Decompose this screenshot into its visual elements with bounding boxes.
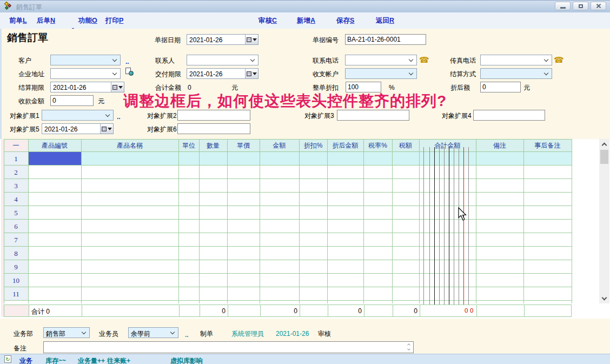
doc-no-input[interactable] [345, 34, 426, 45]
minimize-button[interactable] [555, 2, 571, 10]
phone-icon[interactable]: ☎ [419, 56, 429, 64]
col-header-product-name[interactable]: 產品名稱 [81, 139, 178, 152]
totals-amount: 0 [260, 307, 297, 315]
save-button[interactable]: 保存S [336, 16, 354, 25]
calendar-icon[interactable] [245, 69, 258, 78]
totals-grand-dec: 0 [470, 307, 473, 314]
sales-order-window: 銷售訂單 前单L 后单N 功能O 打印P 审核C 新增A 保存S 返回R 銷售訂… [0, 0, 610, 364]
salesman-more-link[interactable]: .. [185, 331, 189, 339]
print-button[interactable]: 打印P [105, 16, 123, 25]
delivery-date-picker[interactable]: 2021-01-26 [187, 68, 258, 79]
row-number[interactable]: 2 [4, 166, 28, 179]
calendar-icon[interactable] [245, 35, 258, 44]
address-label: 企业地址 [18, 70, 44, 78]
function-menu-button[interactable]: 功能O [78, 16, 97, 25]
col-header-indicator[interactable]: 一 [4, 139, 28, 152]
col-header-discount-pct[interactable]: 折扣% [299, 139, 327, 152]
minimize-icon [560, 7, 566, 9]
col-header-product-code[interactable]: 產品編號 [28, 139, 81, 152]
order-discount-label: 整单折扣 [313, 84, 339, 91]
calendar-icon[interactable] [100, 124, 113, 134]
phone-label: 联系电话 [313, 57, 339, 64]
settle-term-date-picker[interactable]: 2021-01-26 [50, 82, 124, 92]
col-header-tax[interactable]: 税額 [392, 139, 419, 152]
phone-combo[interactable] [345, 55, 417, 65]
received-input[interactable] [50, 95, 94, 106]
col-header-qty[interactable]: 數量 [199, 139, 227, 152]
chevron-down-icon [409, 57, 413, 62]
totals-row: 合计 0 0 0 0 0 0 0 [4, 305, 572, 317]
spinner-icons[interactable] [407, 343, 412, 351]
settle-method-combo[interactable] [480, 68, 552, 79]
doc-date-picker[interactable]: 2021-01-26 [187, 34, 258, 45]
col-header-unit-price[interactable]: 單價 [227, 139, 260, 152]
tab-refresh-icon[interactable]: ↻ [4, 355, 11, 363]
ext6-input[interactable] [177, 123, 250, 134]
maker-date: 2021-01-26 [276, 330, 309, 337]
row-number[interactable]: 8 [4, 247, 28, 260]
restore-button[interactable] [573, 2, 588, 10]
account-combo[interactable] [345, 68, 417, 79]
remark-input[interactable] [43, 341, 414, 353]
row-number[interactable]: 1 [4, 152, 28, 166]
row-number[interactable]: 3 [4, 179, 28, 193]
row-number[interactable]: 10 [4, 274, 28, 287]
received-unit: 元 [98, 97, 104, 105]
tab-inventory[interactable]: 库存~~ [45, 356, 66, 364]
settle-term-label: 结算期限 [18, 84, 44, 91]
ext2-label: 对象扩展2 [147, 112, 177, 120]
chevron-down-icon [409, 71, 413, 75]
col-header-amount[interactable]: 金額 [260, 139, 299, 152]
ext1-more-link[interactable]: .. [117, 113, 121, 121]
remark-label: 备注 [14, 345, 26, 352]
dept-label: 业务部 [14, 330, 33, 337]
col-header-remark[interactable]: 備注 [476, 139, 523, 152]
col-header-grand-total[interactable]: 合計金額 [419, 139, 476, 152]
address-combo[interactable] [50, 68, 121, 79]
fax-combo[interactable] [480, 55, 552, 65]
ext3-input[interactable] [337, 110, 409, 121]
calendar-icon[interactable] [111, 82, 124, 92]
col-header-tax-rate[interactable]: 税率% [363, 139, 392, 152]
customer-combo[interactable] [50, 55, 121, 65]
totals-label: 合计 0 [31, 307, 50, 316]
ext1-combo[interactable] [42, 110, 114, 121]
after-discount-input[interactable] [480, 82, 521, 92]
customer-more-link[interactable]: .. [125, 58, 129, 65]
row-number[interactable]: 5 [4, 206, 28, 220]
row-number[interactable]: 6 [4, 220, 28, 233]
phone-icon[interactable]: ☎ [554, 56, 564, 64]
row-number[interactable]: 4 [4, 193, 28, 206]
tab-business-volume[interactable]: 业务量++ [78, 356, 105, 364]
row-number[interactable]: 11 [4, 287, 28, 301]
scrollbar-thumb[interactable] [600, 150, 608, 164]
totals-tax: 0 [393, 307, 417, 315]
next-doc-button[interactable]: 后单N [37, 16, 55, 25]
add-new-button[interactable]: 新增A [297, 16, 315, 25]
ext4-label: 对象扩展4 [442, 112, 472, 120]
prev-doc-button[interactable]: 前单L [9, 16, 27, 25]
total-amount-label: 合计金额 [155, 84, 181, 91]
ext1-label: 对象扩展1 [10, 112, 39, 120]
address-lookup-icon[interactable] [125, 68, 134, 76]
close-button[interactable] [591, 2, 606, 10]
selected-cell[interactable] [28, 152, 81, 166]
dept-combo[interactable]: 銷售部 [43, 327, 90, 338]
tab-transactions[interactable]: 往来账+ [107, 356, 130, 364]
ext4-input[interactable] [473, 110, 545, 121]
audit-button[interactable]: 审核C [258, 16, 277, 25]
col-header-after-discount[interactable]: 折后金額 [327, 139, 363, 152]
row-number[interactable]: 9 [4, 260, 28, 274]
row-number[interactable]: 7 [4, 233, 28, 247]
col-header-unit[interactable]: 單位 [178, 139, 199, 152]
ext2-input[interactable] [177, 110, 250, 121]
ext5-date-picker[interactable]: 2021-01-26 [42, 123, 114, 134]
tab-business[interactable]: 业务 [19, 356, 32, 364]
return-button[interactable]: 返回R [376, 16, 394, 25]
after-discount-label: 折后额 [450, 84, 470, 91]
col-header-post-remark[interactable]: 事后备注 [523, 139, 572, 152]
tab-virtual-stock-impact[interactable]: 虚拟库影响 [170, 356, 203, 364]
contact-combo[interactable] [187, 55, 258, 65]
salesman-combo[interactable]: 余學前 [128, 327, 178, 338]
settle-method-label: 结算方式 [450, 70, 476, 78]
